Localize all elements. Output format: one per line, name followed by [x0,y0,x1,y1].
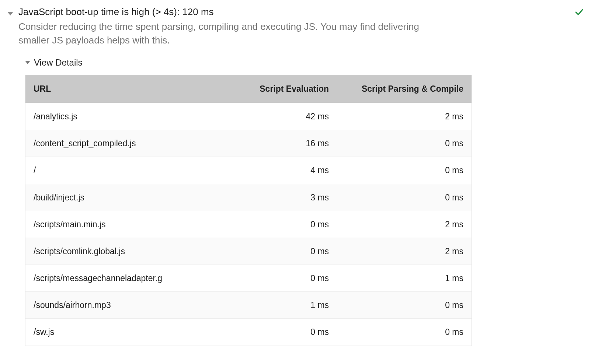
eval-cell: 3 ms [240,184,337,211]
table-row: /content_script_compiled.js16 ms0 ms [25,130,472,157]
table-row: /scripts/comlink.global.js0 ms2 ms [25,238,472,265]
table-header-row: URL Script Evaluation Script Parsing & C… [25,75,472,103]
column-header-eval: Script Evaluation [240,75,337,103]
parse-cell: 0 ms [337,184,472,211]
table-row: /sounds/airhorn.mp31 ms0 ms [25,292,472,319]
audit-description: Consider reducing the time spent parsing… [18,20,424,47]
check-icon [574,7,584,17]
url-cell: /sounds/airhorn.mp3 [25,292,240,319]
triangle-down-icon [7,12,13,15]
eval-cell: 1 ms [240,292,337,319]
audit-title: JavaScript boot-up time is high (> 4s): … [18,5,560,18]
eval-cell: 0 ms [240,211,337,238]
parse-cell: 0 ms [337,130,472,157]
triangle-down-icon [25,61,30,64]
table-row: /build/inject.js3 ms0 ms [25,184,472,211]
audit-text: JavaScript boot-up time is high (> 4s): … [18,5,574,47]
eval-cell: 16 ms [240,130,337,157]
url-cell: /sw.js [25,319,240,346]
parse-cell: 2 ms [337,238,472,265]
parse-cell: 0 ms [337,157,472,184]
parse-cell: 0 ms [337,319,472,346]
audit-header: JavaScript boot-up time is high (> 4s): … [7,5,588,47]
url-cell: /scripts/comlink.global.js [25,238,240,265]
eval-cell: 42 ms [240,103,337,130]
url-cell: /content_script_compiled.js [25,130,240,157]
url-cell: /analytics.js [25,103,240,130]
eval-cell: 0 ms [240,238,337,265]
eval-cell: 0 ms [240,265,337,292]
url-cell: /scripts/main.min.js [25,211,240,238]
audit-disclosure-toggle[interactable] [7,7,13,19]
eval-cell: 0 ms [240,319,337,346]
table-row: /sw.js0 ms0 ms [25,319,472,346]
table-row: /scripts/messagechanneladapter.g0 ms1 ms [25,265,472,292]
table-row: /analytics.js42 ms2 ms [25,103,472,130]
parse-cell: 2 ms [337,211,472,238]
parse-cell: 2 ms [337,103,472,130]
table-row: /scripts/main.min.js0 ms2 ms [25,211,472,238]
column-header-url: URL [25,75,240,103]
view-details-toggle[interactable]: View Details [25,56,588,69]
view-details-label: View Details [34,56,83,69]
url-cell: /scripts/messagechanneladapter.g [25,265,240,292]
column-header-parse: Script Parsing & Compile [337,75,472,103]
url-cell: / [25,157,240,184]
url-cell: /build/inject.js [25,184,240,211]
details-table-container: URL Script Evaluation Script Parsing & C… [25,75,472,346]
parse-cell: 1 ms [337,265,472,292]
table-row: /4 ms0 ms [25,157,472,184]
eval-cell: 4 ms [240,157,337,184]
parse-cell: 0 ms [337,292,472,319]
details-table: URL Script Evaluation Script Parsing & C… [25,75,472,346]
